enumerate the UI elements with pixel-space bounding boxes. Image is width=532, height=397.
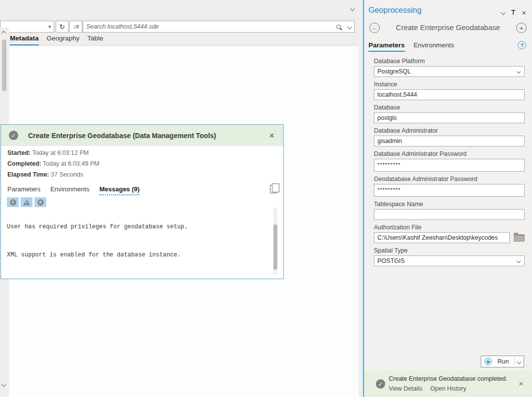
tab-table[interactable]: Table [87,35,103,45]
tab-environments[interactable]: Environments [50,185,89,195]
select-value: POSTGIS [377,257,517,265]
authorization-file-label: Authorization File [374,224,525,231]
completed-label: Completed: [7,160,41,167]
close-icon[interactable]: × [519,379,523,388]
spatial-type-label: Spatial Type [374,247,525,254]
database-administrator-input[interactable]: gisadmin [374,136,525,146]
elapsed-label: Elapsed Time: [7,171,49,178]
arcgis-pro-window: ▾ ↻ ↓≡ Metadata Geography Table [0,0,532,397]
warning-filter-button[interactable] [21,197,33,207]
dialog-title: Create Enterprise Geodatabase (Data Mana… [28,132,269,140]
database-administrator-password-input[interactable]: ********* [374,159,525,172]
success-check-icon: ✓ [9,131,18,140]
authorization-file-input[interactable]: C:\Users\Kashif Zeeshan\Desktop\keycodes [374,232,510,243]
completed-row: Completed: Today at 6:03:49 PM [7,160,100,167]
divider [0,19,360,19]
spatial-type-select[interactable]: POSTGIS [374,255,525,266]
tab-environments[interactable]: Environments [414,41,455,52]
view-tabs: Metadata Geography Table [10,35,103,45]
divider [514,358,515,365]
notification-message: Create Enterprise Geodatabase completed. [389,375,507,382]
messages-console[interactable]: User has required privileges for geodata… [7,209,273,274]
sort-button[interactable]: ↓≡ [69,21,82,33]
copy-icon[interactable] [270,185,277,193]
started-row: Started: Today at 6:03:12 PM [7,149,100,156]
tool-header: ← Create Enterprise Geodatabase + [364,22,532,36]
help-icon[interactable]: ? [518,41,526,49]
select-value: PostgreSQL [377,68,517,75]
catalog-view-pane: ▾ ↻ ↓≡ Metadata Geography Table [0,0,360,397]
database-platform-label: Database Platform [374,58,525,65]
browse-folder-icon[interactable] [514,234,525,242]
dialog-header: ✓ Create Enterprise Geodatabase (Data Ma… [1,125,283,146]
info-filter-button[interactable]: i [7,197,19,207]
chevron-down-icon [517,259,521,263]
database-label: Database [374,104,525,111]
pin-icon[interactable] [511,10,515,16]
run-button[interactable]: ▶ Run [481,356,524,367]
open-history-link[interactable]: Open History [431,385,466,392]
panel-header-icons: × [501,9,526,16]
instance-label: Instance [374,81,525,88]
started-label: Started: [7,149,31,156]
success-check-icon: ✓ [376,379,385,389]
run-button-label: Run [492,358,514,365]
chevron-down-icon[interactable] [501,10,506,15]
completion-notification: ✓ Create Enterprise Geodatabase complete… [364,371,532,397]
add-to-project-icon[interactable]: + [516,23,527,33]
elapsed-value: 37 Seconds [51,171,83,178]
warning-icon [23,199,30,205]
elapsed-row: Elapsed Time: 37 Seconds [7,171,100,178]
play-icon: ▶ [484,358,492,365]
dialog-tabs: Parameters Environments Messages (9) [7,185,139,195]
chevron-down-icon: ▾ [48,24,51,29]
search-icon[interactable] [336,25,341,29]
tool-result-dialog: ✓ Create Enterprise Geodatabase (Data Ma… [0,124,284,279]
search-box [83,21,355,33]
run-summary: Started: Today at 6:03:12 PM Completed: … [7,149,100,182]
database-input[interactable]: postgis [374,112,525,123]
view-details-link[interactable]: View Details [389,385,423,392]
tab-messages[interactable]: Messages (9) [100,185,140,195]
chevron-down-icon[interactable] [517,359,522,364]
panel-tabs: Parameters Environments [368,41,454,52]
refresh-button[interactable]: ↻ [56,21,68,33]
scroll-up-icon[interactable] [1,31,6,36]
tab-parameters[interactable]: Parameters [368,41,405,52]
tab-metadata[interactable]: Metadata [10,35,39,45]
scroll-down-icon[interactable] [1,382,6,387]
back-arrow-icon[interactable]: ← [369,23,380,33]
scrollbar-thumb[interactable] [2,39,6,91]
chevron-down-icon [517,70,521,73]
geodatabase-administrator-password-label: Geodatabase Administrator Password [374,176,525,182]
completed-value: Today at 6:03:49 PM [43,160,100,167]
instance-input[interactable]: localhost,5444 [374,89,525,100]
chevron-down-icon[interactable] [347,24,352,29]
tablespace-name-input[interactable] [374,209,525,220]
tool-title: Create Enterprise Geodatabase [384,23,512,32]
error-filter-button[interactable]: × [34,197,46,207]
tab-parameters[interactable]: Parameters [7,185,40,195]
parameters-form: Database Platform PostgreSQL Instance lo… [374,58,525,270]
tab-geography[interactable]: Geography [47,35,80,45]
sort-icon: ↓≡ [73,23,78,30]
tablespace-name-label: Tablespace Name [374,201,525,208]
panel-title: Geoprocessing [368,6,422,15]
console-scrollbar-thumb[interactable] [273,224,277,270]
database-administrator-password-label: Database Administrator Password [374,150,525,157]
close-icon[interactable]: × [522,9,526,16]
database-administrator-label: Database Administrator [374,127,525,134]
close-icon[interactable]: × [269,131,274,140]
database-platform-select[interactable]: PostgreSQL [374,66,525,77]
chevron-down-icon[interactable] [350,6,355,11]
started-value: Today at 6:03:12 PM [32,149,89,156]
message-filter-buttons: i × [7,197,46,207]
message-line: XML support is enabled for the database … [7,251,273,260]
geodatabase-administrator-password-input[interactable]: ********* [374,184,525,197]
message-line: User has required privileges for geodata… [7,222,273,232]
refresh-icon: ↻ [59,23,65,31]
geoprocessing-panel: Geoprocessing × ← Create Enterprise Geod… [363,0,532,397]
info-icon: i [10,199,16,206]
search-input[interactable] [86,23,336,30]
error-icon: × [37,199,44,206]
